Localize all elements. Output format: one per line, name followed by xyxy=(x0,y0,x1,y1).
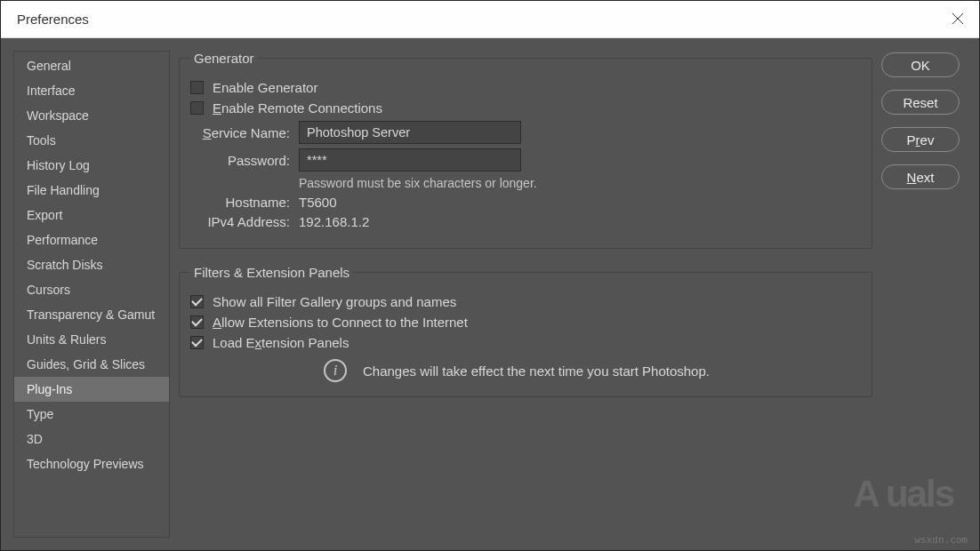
main-panel: Generator Enable Generator Enable Remote… xyxy=(177,51,874,538)
filters-group: Filters & Extension Panels Show all Filt… xyxy=(179,265,872,397)
service-name-input[interactable] xyxy=(299,121,521,144)
sidebar-item-general[interactable]: General xyxy=(14,53,169,78)
sidebar-item-workspace[interactable]: Workspace xyxy=(14,103,169,128)
password-label: Password: xyxy=(190,153,290,168)
sidebar-item-technology-previews[interactable]: Technology Previews xyxy=(14,451,169,476)
ok-button[interactable]: OK xyxy=(881,52,960,77)
allow-extensions-checkbox[interactable] xyxy=(190,315,204,329)
enable-remote-checkbox[interactable] xyxy=(190,101,204,115)
sidebar-item-3d[interactable]: 3D xyxy=(14,427,169,451)
sidebar-item-interface[interactable]: Interface xyxy=(14,78,169,103)
next-button[interactable]: Next xyxy=(881,164,960,189)
sidebar-item-export[interactable]: Export xyxy=(14,203,169,228)
enable-generator-label: Enable Generator xyxy=(213,80,317,95)
ipv4-value: 192.168.1.2 xyxy=(299,214,369,229)
sidebar-item-plug-ins[interactable]: Plug-Ins xyxy=(14,377,169,402)
sidebar-item-guides-grid-slices[interactable]: Guides, Grid & Slices xyxy=(14,352,169,377)
generator-legend: Generator xyxy=(190,51,258,66)
enable-remote-label: Enable Remote Connections xyxy=(213,100,382,116)
restart-info-text: Changes will take effect the next time y… xyxy=(363,363,710,379)
sidebar-item-history-log[interactable]: History Log xyxy=(14,153,169,178)
prev-button[interactable]: Prev xyxy=(881,127,960,152)
load-extension-panels-label: Load Extension Panels xyxy=(213,335,349,350)
reset-button[interactable]: Reset xyxy=(881,90,960,115)
close-icon xyxy=(952,12,964,25)
sidebar-item-performance[interactable]: Performance xyxy=(14,228,169,252)
sidebar-item-scratch-disks[interactable]: Scratch Disks xyxy=(14,252,169,277)
show-all-filter-checkbox[interactable] xyxy=(190,295,204,308)
enable-generator-checkbox[interactable] xyxy=(190,81,204,94)
sidebar-item-file-handling[interactable]: File Handling xyxy=(14,178,169,203)
sidebar-item-type[interactable]: Type xyxy=(14,402,169,427)
password-input[interactable] xyxy=(299,148,521,172)
service-name-label: Service Name: xyxy=(190,125,290,140)
info-icon: i xyxy=(324,359,347,382)
allow-extensions-label: Allow Extensions to Connect to the Inter… xyxy=(213,315,468,330)
category-sidebar: General Interface Workspace Tools Histor… xyxy=(13,51,170,538)
titlebar: Preferences xyxy=(1,1,979,38)
sidebar-item-tools[interactable]: Tools xyxy=(14,128,169,153)
hostname-label: Hostname: xyxy=(190,195,290,210)
close-button[interactable] xyxy=(949,10,967,28)
sidebar-item-transparency-gamut[interactable]: Transparency & Gamut xyxy=(14,302,169,327)
watermark-text: wsxdn.com xyxy=(914,534,968,546)
sidebar-item-cursors[interactable]: Cursors xyxy=(14,277,169,302)
dialog-buttons: OK Reset Prev Next xyxy=(881,51,967,538)
filters-legend: Filters & Extension Panels xyxy=(190,265,353,280)
window-title: Preferences xyxy=(17,12,89,27)
sidebar-item-units-rulers[interactable]: Units & Rulers xyxy=(14,327,169,352)
password-hint: Password must be six characters or longe… xyxy=(299,176,861,190)
hostname-value: T5600 xyxy=(299,195,337,210)
show-all-filter-label: Show all Filter Gallery groups and names xyxy=(213,294,456,309)
generator-group: Generator Enable Generator Enable Remote… xyxy=(179,51,872,249)
ipv4-label: IPv4 Address: xyxy=(190,214,290,229)
load-extension-panels-checkbox[interactable] xyxy=(190,336,204,349)
